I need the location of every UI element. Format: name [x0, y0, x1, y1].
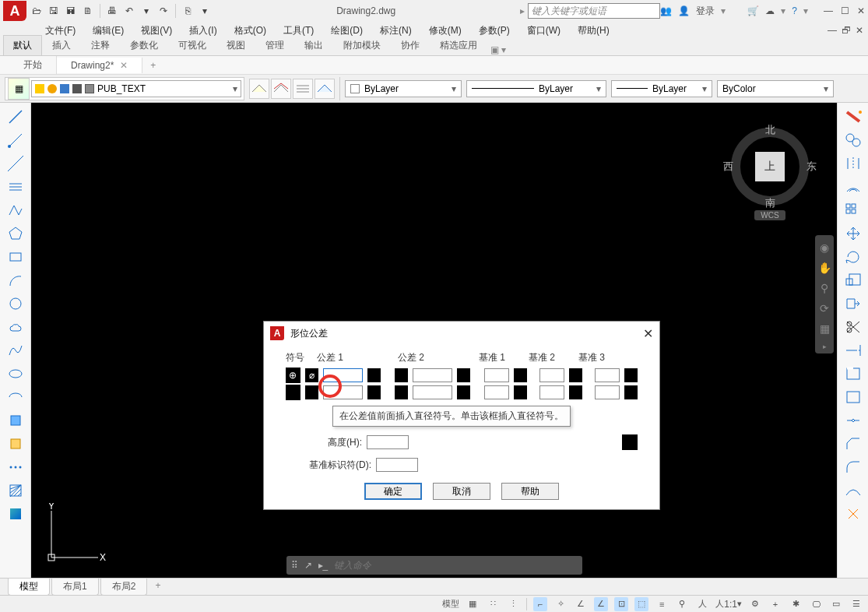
polyline-icon[interactable] [5, 201, 26, 220]
status-plus-icon[interactable]: + [768, 597, 782, 611]
maximize-button[interactable]: ☐ [841, 5, 849, 16]
offset-icon[interactable] [842, 178, 864, 196]
revcloud-icon[interactable] [5, 318, 26, 336]
command-input[interactable] [334, 560, 577, 571]
circle-icon[interactable] [5, 294, 26, 313]
pan-icon[interactable]: ✋ [818, 262, 831, 274]
symbol-box-1[interactable]: ⊕ [286, 368, 300, 383]
ribbon-tab-output[interactable]: 输出 [294, 35, 333, 55]
app-logo[interactable]: A [3, 1, 26, 21]
doc-tab-active[interactable]: Drawing2*✕ [57, 58, 142, 73]
xline-icon[interactable] [5, 154, 26, 173]
nav-more-icon[interactable]: ▸ [823, 343, 827, 350]
status-ws-icon[interactable]: ✱ [789, 597, 803, 611]
signin-label[interactable]: 登录 [696, 5, 715, 18]
status-otrack-icon[interactable]: ∠ [594, 597, 608, 611]
gradient-icon[interactable] [5, 505, 26, 523]
copy-icon[interactable] [842, 131, 864, 149]
ribbon-tab-manage[interactable]: 管理 [255, 35, 294, 55]
layout-tab-2[interactable]: 布局2 [100, 579, 148, 596]
layout-tab-1[interactable]: 布局1 [51, 579, 99, 596]
linetype-dropdown[interactable]: ByLayer ▾ [466, 80, 606, 97]
layer-tool-1[interactable] [249, 79, 269, 99]
symbol-box-2[interactable] [286, 385, 300, 400]
ray-icon[interactable] [5, 131, 26, 149]
hatch-icon[interactable] [5, 481, 26, 500]
insertblock-icon[interactable] [5, 411, 26, 430]
chevron-down-icon[interactable]: ▾ [233, 83, 237, 94]
projected-zone-box[interactable] [622, 434, 638, 450]
datum2-mc-2[interactable] [569, 385, 582, 399]
viewcube-east[interactable]: 东 [807, 160, 817, 174]
datum3-value-2[interactable] [595, 385, 620, 399]
matcond-box-2-2[interactable] [457, 385, 470, 399]
ribbon-tab-annotate[interactable]: 注释 [81, 35, 120, 55]
ok-button[interactable]: 确定 [364, 483, 422, 500]
status-snap-icon[interactable]: ∷ [486, 597, 500, 611]
viewcube[interactable]: 上 北 南 东 西 WCS [723, 115, 817, 232]
steering-wheel-icon[interactable]: ◉ [820, 241, 829, 254]
save-icon[interactable]: 🖫 [47, 4, 61, 18]
ribbon-tab-visualize[interactable]: 可视化 [168, 35, 216, 55]
datum1-mc-2[interactable] [514, 385, 527, 399]
datum1-value-2[interactable] [484, 385, 509, 399]
mdi-restore-button[interactable]: 🗗 [842, 25, 851, 36]
status-polar-icon[interactable]: ✧ [553, 597, 568, 611]
ribbon-tab-default[interactable]: 默认 [3, 35, 42, 55]
layout-tab-model[interactable]: 模型 [8, 579, 50, 596]
viewcube-west[interactable]: 西 [723, 160, 733, 174]
chevron-down-icon[interactable]: ▾ [596, 83, 601, 94]
cancel-button[interactable]: 取消 [433, 483, 490, 500]
status-anno-icon[interactable]: ⚲ [675, 597, 689, 611]
viewcube-south[interactable]: 南 [765, 196, 775, 210]
datum-id-input[interactable] [376, 458, 418, 472]
scale-icon[interactable] [842, 271, 864, 290]
chamfer-icon[interactable] [842, 434, 864, 453]
datum2-value-1[interactable] [539, 368, 564, 382]
ribbon-tab-insert[interactable]: 插入 [42, 35, 81, 55]
fillet-icon[interactable] [842, 458, 864, 477]
layer-tool-2[interactable] [271, 79, 291, 99]
cloud-icon[interactable]: ☁ [765, 5, 775, 16]
tol2-value-1[interactable] [413, 368, 452, 382]
print-icon[interactable]: 🖶 [105, 4, 119, 18]
search-input[interactable]: 键入关键字或短语 [528, 3, 660, 19]
break-icon[interactable] [842, 364, 864, 383]
status-iso-icon[interactable]: ∠ [574, 597, 588, 611]
status-dyn-icon[interactable]: ⬚ [634, 597, 648, 611]
doc-tab-start[interactable]: 开始 [9, 56, 57, 74]
point-icon[interactable] [5, 458, 26, 477]
minimize-button[interactable]: — [824, 5, 833, 16]
stretch-icon[interactable] [842, 294, 864, 313]
status-snap-more-icon[interactable]: ⋮ [506, 597, 520, 611]
dialog-titlebar[interactable]: A 形位公差 ✕ [264, 322, 659, 345]
redo-icon[interactable]: ↷ [156, 4, 170, 18]
ellipse-arc-icon[interactable] [5, 388, 26, 406]
matcond-box-1-1[interactable] [367, 368, 381, 382]
ribbon-tab-collaborate[interactable]: 协作 [391, 35, 430, 55]
layer-panel-icon[interactable]: ▦ [8, 78, 30, 100]
qat-more-icon[interactable]: ▾ [198, 4, 212, 18]
ribbon-tab-featured[interactable]: 精选应用 [430, 35, 487, 55]
matcond-box-2-1[interactable] [367, 385, 381, 399]
diameter-box-1-1[interactable]: ⌀ [305, 368, 318, 382]
signin-icon[interactable]: 👤 [678, 5, 690, 16]
close-button[interactable]: ✕ [857, 5, 865, 16]
status-model-label[interactable]: 模型 [442, 597, 459, 611]
mdi-minimize-button[interactable]: — [828, 25, 837, 36]
trim-icon[interactable] [842, 318, 864, 336]
share-icon[interactable]: ⎘ [181, 4, 195, 18]
help-icon[interactable]: ? [792, 5, 797, 16]
showmotion-icon[interactable]: ▦ [820, 322, 830, 335]
saveall-icon[interactable]: 🗎 [81, 4, 95, 18]
lineweight-dropdown[interactable]: ByLayer ▾ [611, 80, 712, 97]
command-line[interactable]: ⠿ ↗ ▸_ [286, 556, 582, 575]
blend-icon[interactable] [842, 481, 864, 500]
array-icon[interactable] [842, 201, 864, 220]
mirror-icon[interactable] [842, 154, 864, 173]
undo-dropdown-icon[interactable]: ▾ [139, 4, 153, 18]
saveas-icon[interactable]: 🖬 [64, 4, 78, 18]
datum3-value-1[interactable] [595, 368, 620, 382]
layout-add-button[interactable]: + [149, 579, 167, 593]
doc-tab-add[interactable]: + [142, 58, 163, 73]
